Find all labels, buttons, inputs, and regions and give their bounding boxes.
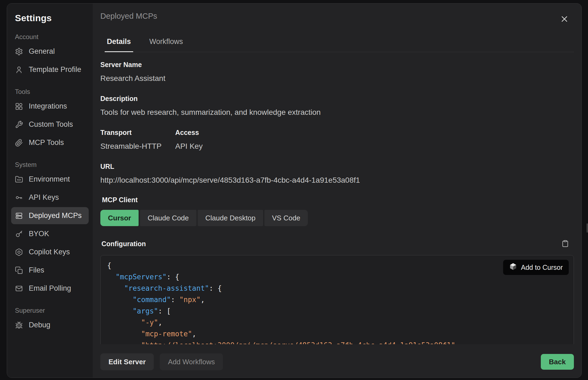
sidebar-item-label: BYOK xyxy=(29,230,49,238)
copy-files-icon xyxy=(15,266,23,274)
sidebar-item-api-keys[interactable]: API Keys xyxy=(11,189,89,206)
url-value: http://localhost:3000/api/mcp/serve/4853… xyxy=(100,176,574,185)
sidebar-item-label: Template Profile xyxy=(29,65,81,74)
paperclip-icon xyxy=(15,139,23,147)
sidebar-item-mcp-tools[interactable]: MCP Tools xyxy=(11,134,89,151)
key-icon xyxy=(15,194,23,202)
sidebar-item-environment[interactable]: Environment xyxy=(11,171,89,188)
server-name-label: Server Name xyxy=(100,61,574,69)
sidebar-item-label: Deployed MCPs xyxy=(29,211,82,220)
sidebar-item-integrations[interactable]: Integrations xyxy=(11,98,89,115)
sidebar-item-files[interactable]: Files xyxy=(11,262,89,279)
transport-label: Transport xyxy=(100,129,175,137)
sidebar-section-header: System xyxy=(11,161,89,169)
sidebar-item-copilot-keys[interactable]: Copilot Keys xyxy=(11,243,89,261)
sidebar-item-deployed-mcps[interactable]: Deployed MCPs xyxy=(11,207,89,224)
sidebar-item-template-profile[interactable]: Template Profile xyxy=(11,61,89,78)
page-scrollbar-thumb[interactable] xyxy=(587,223,588,233)
close-button[interactable] xyxy=(559,13,570,26)
server-icon xyxy=(15,212,23,220)
sidebar-item-label: General xyxy=(29,47,55,56)
sidebar-item-label: Debug xyxy=(29,321,50,329)
description-value: Tools for web research, summarization, a… xyxy=(100,108,574,117)
cursor-logo-icon xyxy=(509,262,517,272)
mcp-client-label: MCP Client xyxy=(102,196,574,204)
sidebar-section-header: Tools xyxy=(11,88,89,96)
bug-icon xyxy=(15,321,23,329)
tab-bar: DetailsWorkflows xyxy=(105,36,574,52)
sidebar-item-byok[interactable]: BYOK xyxy=(11,225,89,242)
mcp-client-option-vs-code[interactable]: VS Code xyxy=(264,210,308,226)
code-line: "mcpServers": { xyxy=(107,271,567,283)
gear-icon xyxy=(15,47,23,56)
access-label: Access xyxy=(175,129,203,137)
code-line: "mcp-remote", xyxy=(107,328,567,340)
clipboard-icon xyxy=(561,244,569,248)
main-header: Deployed MCPs DetailsWorkflows xyxy=(93,4,581,52)
back-button[interactable]: Back xyxy=(541,354,574,370)
code-line: "-y", xyxy=(107,317,567,328)
copy-configuration-button[interactable] xyxy=(560,239,570,249)
sidebar-item-general[interactable]: General xyxy=(11,43,89,60)
sidebar-item-label: Integrations xyxy=(29,102,67,110)
mcp-client-option-claude-code[interactable]: Claude Code xyxy=(140,210,196,226)
sidebar-nav: AccountGeneralTemplate ProfileToolsInteg… xyxy=(11,33,89,334)
sidebar-item-label: MCP Tools xyxy=(29,138,64,147)
sidebar-item-label: Email Polling xyxy=(29,284,71,293)
sidebar-item-label: Copilot Keys xyxy=(29,248,70,256)
configuration-code[interactable]: { "mcpServers": { "research-assistant": … xyxy=(100,255,574,344)
code-line: "command": "npx", xyxy=(107,294,567,305)
add-to-cursor-button[interactable]: Add to Cursor xyxy=(503,260,569,275)
footer-bar: Edit Server Add Workflows Back xyxy=(93,344,581,378)
access-value: API Key xyxy=(175,142,203,151)
mail-icon xyxy=(15,284,23,293)
sidebar-item-email-polling[interactable]: Email Polling xyxy=(11,280,89,297)
sidebar-item-label: Custom Tools xyxy=(29,120,73,129)
mcp-client-options: CursorClaude CodeClaude DesktopVS Code xyxy=(100,210,574,226)
sidebar-item-label: Environment xyxy=(29,175,70,183)
user-icon xyxy=(15,66,23,74)
mcp-client-option-cursor[interactable]: Cursor xyxy=(100,210,139,226)
description-label: Description xyxy=(100,95,574,103)
folder-code-icon xyxy=(15,175,23,183)
sidebar-item-debug[interactable]: Debug xyxy=(11,316,89,334)
key-diagonal-icon xyxy=(15,230,23,238)
settings-modal: Settings AccountGeneralTemplate ProfileT… xyxy=(7,3,582,378)
main-panel: Deployed MCPs DetailsWorkflows Server Na… xyxy=(93,4,581,378)
close-icon xyxy=(560,20,568,24)
configuration-json: { "mcpServers": { "research-assistant": … xyxy=(107,260,567,344)
server-name-value: Research Assistant xyxy=(100,74,574,83)
configuration-label: Configuration xyxy=(101,240,146,248)
code-line: "http://localhost:3000/api/mcp/serve/485… xyxy=(107,340,567,344)
settings-title: Settings xyxy=(11,13,89,23)
details-content: Server Name Research Assistant Descripti… xyxy=(93,52,581,344)
url-label: URL xyxy=(100,163,574,170)
wrench-icon xyxy=(15,121,23,129)
sidebar-item-label: API Keys xyxy=(29,193,59,202)
sidebar-section-header: Superuser xyxy=(11,307,89,314)
code-line: "research-assistant": { xyxy=(107,283,567,294)
tab-details[interactable]: Details xyxy=(105,36,133,52)
mcp-client-option-claude-desktop[interactable]: Claude Desktop xyxy=(198,210,263,226)
sidebar: Settings AccountGeneralTemplate ProfileT… xyxy=(7,4,93,378)
code-line: { xyxy=(107,260,567,271)
edit-server-button[interactable]: Edit Server xyxy=(100,353,154,370)
sidebar-section-header: Account xyxy=(11,33,89,41)
code-line: "args": [ xyxy=(107,305,567,317)
hexagon-nut-icon xyxy=(15,248,23,256)
tab-workflows[interactable]: Workflows xyxy=(147,36,185,52)
sidebar-item-label: Files xyxy=(29,266,44,274)
add-to-cursor-label: Add to Cursor xyxy=(521,264,563,271)
grid-icon xyxy=(15,102,23,110)
transport-value: Streamable-HTTP xyxy=(100,142,175,151)
sidebar-item-custom-tools[interactable]: Custom Tools xyxy=(11,116,89,133)
add-workflows-button[interactable]: Add Workflows xyxy=(160,353,223,370)
page-title: Deployed MCPs xyxy=(100,12,157,21)
